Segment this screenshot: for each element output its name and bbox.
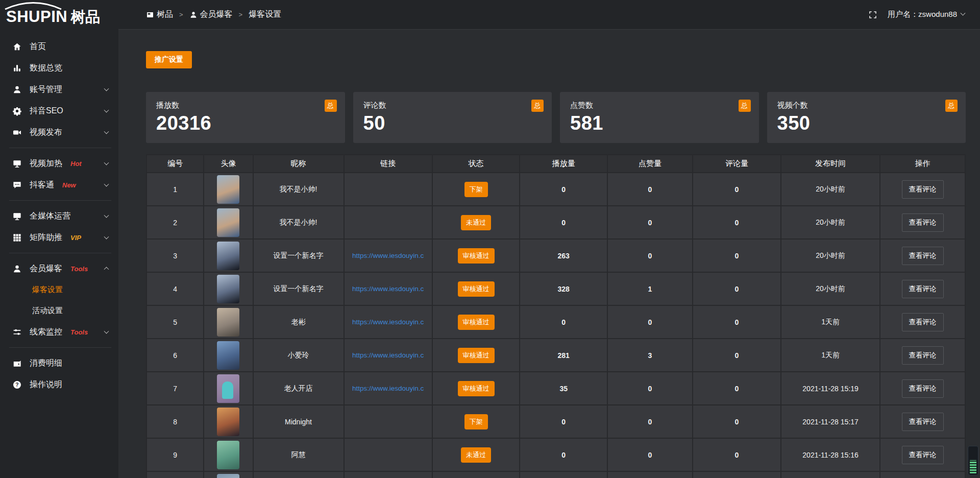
stat-label: 点赞数 — [570, 101, 749, 110]
likes-count: 1 — [648, 285, 652, 293]
sidebar-item[interactable]: 视频加热 Hot — [0, 153, 118, 174]
logo-text-en: SHUPIN — [6, 8, 67, 26]
sidebar-item[interactable]: 抖客通 New — [0, 174, 118, 196]
column-header: 昵称 — [253, 155, 344, 173]
likes-count: 0 — [648, 451, 652, 459]
breadcrumb-item[interactable]: 会员爆客 — [189, 9, 233, 20]
sliders-icon — [12, 327, 22, 337]
video-link[interactable]: https://www.iesdouyin.c — [345, 285, 432, 293]
sidebar-item[interactable]: 矩阵助推 VIP — [0, 227, 118, 248]
publish-time: 2021-11-28 15:16 — [802, 451, 859, 459]
video-link[interactable]: https://www.iesdouyin.c — [345, 385, 432, 392]
sidebar-item-label: 视频加热 — [30, 158, 62, 169]
publish-time: 20小时前 — [816, 218, 845, 226]
breadcrumb-item[interactable]: 爆客设置 — [249, 9, 281, 20]
avatar — [217, 474, 239, 478]
publish-time: 20小时前 — [816, 251, 845, 259]
video-link[interactable]: https://www.iesdouyin.c — [345, 351, 432, 359]
total-badge: 总 — [531, 100, 544, 112]
sidebar-item[interactable]: 消费明细 — [0, 352, 118, 374]
nickname: 小爱玲 — [288, 351, 309, 359]
chat-icon — [12, 180, 22, 190]
nickname: 我不是小帅! — [280, 185, 317, 193]
gear-icon — [12, 106, 22, 116]
sidebar-item-tag: Tools — [70, 328, 88, 336]
sidebar-item-label: 会员爆客 — [30, 264, 62, 274]
view-comments-button[interactable]: 查看评论 — [902, 247, 944, 265]
column-header: 发布时间 — [781, 155, 880, 173]
stat-label: 评论数 — [363, 101, 542, 110]
sidebar-menu: 首页 数据总览 账号管理 抖音SEO 视频发布 视频加热 Hot 抖客通 New… — [0, 36, 118, 395]
sidebar-item[interactable]: 首页 — [0, 36, 118, 57]
likes-count: 3 — [648, 351, 652, 360]
sidebar-item-label: 首页 — [30, 41, 46, 52]
video-link[interactable]: https://www.iesdouyin.c — [345, 318, 432, 326]
sidebar-item-label: 视频发布 — [30, 127, 62, 138]
chevron-down-icon — [104, 182, 109, 187]
data-table-wrap: 编号头像昵称链接状态播放量点赞量评论量发布时间操作 1 我不是小帅! 下架 0 … — [146, 154, 966, 478]
chevron-down-icon — [104, 108, 109, 113]
avatar-figure — [222, 381, 233, 399]
sidebar-item[interactable]: 线索监控 Tools — [0, 321, 118, 343]
sidebar-item-label: 消费明细 — [30, 358, 62, 369]
view-comments-button[interactable]: 查看评论 — [902, 280, 944, 298]
view-comments-button[interactable]: 查看评论 — [902, 346, 944, 365]
stat-value: 350 — [777, 112, 956, 134]
view-comments-button[interactable]: 查看评论 — [902, 313, 944, 331]
sidebar-item-tag: Tools — [70, 265, 88, 273]
table-row: 1 我不是小帅! 下架 0 0 0 20小时前 查看评论 — [146, 173, 965, 206]
fullscreen-icon[interactable] — [868, 10, 877, 19]
breadcrumb-label: 会员爆客 — [200, 9, 233, 20]
sidebar-item[interactable]: 账号管理 — [0, 79, 118, 100]
status-badge: 审核通过 — [458, 348, 495, 363]
sidebar-item[interactable]: 全媒体运营 — [0, 205, 118, 227]
video-link[interactable]: https://www.iesdouyin.c — [345, 252, 432, 259]
sidebar: SHUPIN树品 首页 数据总览 账号管理 抖音SEO 视频发布 视频加热 Ho… — [0, 0, 118, 478]
column-header: 编号 — [146, 155, 204, 173]
nickname: 我不是小帅! — [280, 218, 317, 226]
avatar — [217, 208, 239, 237]
sidebar-subitem[interactable]: 爆客设置 — [0, 279, 118, 300]
table-row: 6 小爱玲 https://www.iesdouyin.c 审核通过 281 3… — [146, 339, 965, 372]
column-header: 状态 — [432, 155, 520, 173]
comments-count: 0 — [735, 351, 739, 360]
view-comments-button[interactable]: 查看评论 — [902, 213, 944, 232]
view-comments-button[interactable]: 查看评论 — [902, 379, 944, 398]
promo-settings-button[interactable]: 推广设置 — [146, 51, 192, 68]
plays-count: 0 — [561, 185, 566, 194]
view-comments-button[interactable]: 查看评论 — [902, 413, 944, 431]
column-header: 评论量 — [693, 155, 781, 173]
plays-count: 328 — [558, 285, 570, 293]
total-badge: 总 — [325, 100, 337, 112]
sidebar-divider — [9, 253, 111, 253]
status-badge: 审核通过 — [458, 281, 495, 297]
view-comments-button[interactable]: 查看评论 — [902, 446, 944, 464]
panel-icon — [146, 11, 154, 19]
sidebar-item[interactable]: ? 操作说明 — [0, 374, 118, 395]
plays-count: 35 — [559, 385, 568, 393]
avatar — [217, 175, 239, 204]
status-badge: 下架 — [464, 414, 488, 429]
table-row — [146, 471, 965, 478]
avatar — [217, 408, 239, 436]
sidebar-item[interactable]: 会员爆客 Tools — [0, 258, 118, 279]
question-icon: ? — [12, 380, 22, 390]
avatar — [217, 242, 239, 270]
sidebar-item-label: 操作说明 — [30, 379, 62, 390]
user-menu[interactable]: 用户名：zswodun88 — [888, 10, 965, 19]
comments-count: 0 — [735, 318, 739, 326]
sidebar-item[interactable]: 数据总览 — [0, 57, 118, 79]
grid-icon — [12, 233, 22, 243]
likes-count: 0 — [648, 252, 652, 260]
total-badge: 总 — [739, 100, 751, 112]
plays-count: 0 — [561, 418, 566, 426]
view-comments-button[interactable]: 查看评论 — [902, 180, 944, 199]
stat-value: 20316 — [156, 112, 335, 134]
sidebar-subitem[interactable]: 活动设置 — [0, 300, 118, 321]
meter-widget — [968, 446, 978, 475]
chart-icon — [12, 63, 22, 73]
sidebar-item[interactable]: 视频发布 — [0, 122, 118, 143]
sidebar-item[interactable]: 抖音SEO — [0, 100, 118, 122]
likes-count: 0 — [648, 418, 652, 426]
breadcrumb-item[interactable]: 树品 — [146, 9, 173, 20]
